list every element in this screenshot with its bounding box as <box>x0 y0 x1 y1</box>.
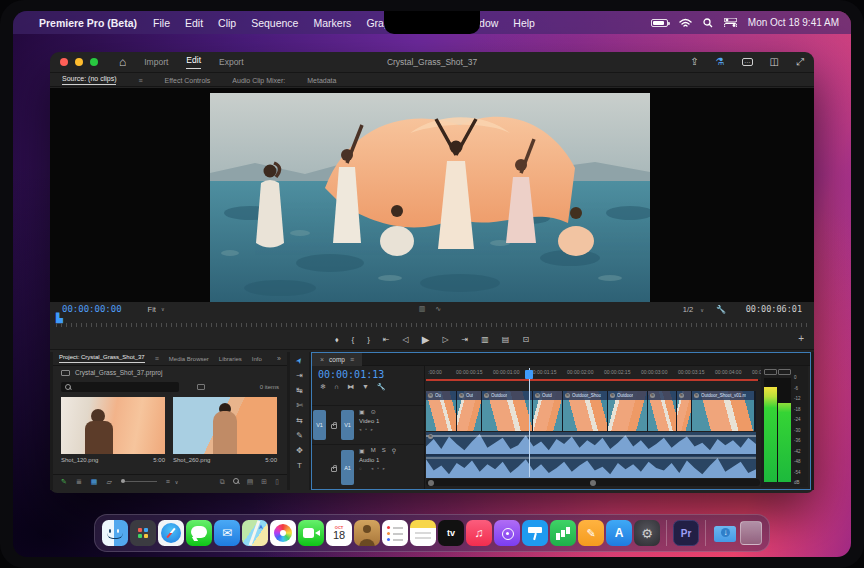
button-editor-plus-icon[interactable]: + <box>798 333 804 344</box>
dock-tv[interactable]: tv <box>438 520 464 546</box>
mark-in-icon[interactable] <box>352 336 355 344</box>
add-marker-icon[interactable] <box>335 336 339 344</box>
go-to-out-icon[interactable] <box>462 336 469 344</box>
video-clip[interactable]: fxOutdoor <box>608 391 647 431</box>
dock-keynote[interactable] <box>522 520 548 546</box>
dock-maps[interactable] <box>242 520 268 546</box>
menu-help[interactable]: Help <box>513 17 535 29</box>
playhead-marker[interactable] <box>525 370 533 379</box>
video-clip[interactable]: fxOu <box>426 391 456 431</box>
marker-icon[interactable]: ▼ <box>362 383 369 391</box>
search-icon[interactable] <box>703 18 713 28</box>
track-name[interactable]: Audio 1 <box>359 457 424 463</box>
project-writable-icon[interactable]: ✎ <box>61 478 67 486</box>
sync-lock-icon[interactable]: ▣ <box>359 447 365 454</box>
playhead-line[interactable] <box>529 368 530 477</box>
dock-launchpad[interactable] <box>130 520 156 546</box>
sort-icon[interactable]: ≡∨ <box>166 478 179 485</box>
dock-mail[interactable]: ✉ <box>214 520 240 546</box>
timeline-settings-wrench-icon[interactable]: 🔧 <box>377 383 386 391</box>
dock-pages[interactable]: ✎ <box>578 520 604 546</box>
home-icon[interactable]: ⌂ <box>119 55 126 69</box>
tab-project[interactable]: Project: Crystal_Grass_Shot_37 <box>59 354 145 363</box>
clip-thumbnail[interactable] <box>173 397 277 454</box>
drag-video-audio-icons[interactable]: ▥ ∿ <box>419 305 445 313</box>
tab-import[interactable]: Import <box>144 57 168 67</box>
tool-type-icon[interactable] <box>297 461 302 470</box>
find-icon[interactable] <box>233 478 239 484</box>
app-menu-title[interactable]: Premiere Pro (Beta) <box>39 17 137 29</box>
video-clip[interactable]: fxOutdoor_Shoo <box>563 391 607 431</box>
dock-contacts[interactable] <box>354 520 380 546</box>
tool-ripple-edit-icon[interactable] <box>296 386 303 395</box>
tool-hand-icon[interactable] <box>296 446 303 455</box>
filter-bin-icon[interactable] <box>197 384 205 390</box>
nest-toggle-icon[interactable]: ❄ <box>320 383 326 391</box>
video-clip[interactable]: fxOutdoor_Shoot_v01.m <box>692 391 754 431</box>
tab-metadata[interactable]: Metadata <box>307 77 336 84</box>
tab-overflow-icon[interactable]: » <box>277 355 281 362</box>
icon-view-icon[interactable]: ▦ <box>91 478 98 486</box>
dock-facetime[interactable] <box>298 520 324 546</box>
dock-trash[interactable] <box>740 521 762 545</box>
dock-system-settings[interactable]: ⚙ <box>634 520 660 546</box>
menu-file[interactable]: File <box>153 17 170 29</box>
dock-numbers[interactable] <box>550 520 576 546</box>
tab-audio-clip-mixer[interactable]: Audio Clip Mixer: <box>232 77 285 84</box>
play-icon[interactable] <box>422 335 430 345</box>
tab-info[interactable]: Info <box>252 356 262 362</box>
project-breadcrumb[interactable]: Crystal_Grass_Shot_37.prproj <box>53 366 287 379</box>
step-back-icon[interactable] <box>403 336 409 344</box>
source-mini-ruler[interactable] <box>56 318 808 327</box>
fullscreen-icon[interactable]: ⤢ <box>796 57 804 67</box>
dock-downloads[interactable] <box>712 520 738 546</box>
audio-clip[interactable]: fx <box>426 432 756 478</box>
dock-photos[interactable] <box>270 520 296 546</box>
dock-music[interactable]: ♫ <box>466 520 492 546</box>
list-view-icon[interactable]: ≣ <box>76 478 82 486</box>
clip-name[interactable]: Shot_260.png <box>173 457 210 463</box>
tab-libraries[interactable]: Libraries <box>219 356 242 362</box>
tool-selection-icon[interactable] <box>296 356 303 365</box>
control-center-icon[interactable] <box>724 18 737 27</box>
dock-reminders[interactable] <box>382 520 408 546</box>
menu-clip[interactable]: Clip <box>218 17 236 29</box>
project-item[interactable]: Shot_260.png 5:00 <box>173 397 277 463</box>
menu-clock[interactable]: Mon Oct 18 9:41 AM <box>748 17 839 28</box>
minimize-button[interactable] <box>75 58 83 66</box>
linked-selection-icon[interactable]: ⧓ <box>347 383 354 391</box>
workspace-icon[interactable]: ◫ <box>770 57 779 67</box>
lock-icon[interactable] <box>331 424 337 429</box>
dock-app-store[interactable]: A <box>606 520 632 546</box>
voiceover-mic-icon[interactable]: ⚲ <box>392 447 396 454</box>
dock-calendar[interactable]: OCT 18 <box>326 520 352 546</box>
new-item-icon[interactable]: ⊞ <box>261 478 267 486</box>
zoom-level-select[interactable]: Fit <box>148 305 156 314</box>
menu-edit[interactable]: Edit <box>185 17 203 29</box>
close-tab-icon[interactable]: × <box>320 356 324 363</box>
dock-safari[interactable] <box>158 520 184 546</box>
keyframe-nav-icons[interactable]: ◂•▸ <box>359 427 424 432</box>
video-clip[interactable]: fx <box>677 391 691 431</box>
video-clip[interactable]: fxOutd <box>533 391 562 431</box>
zoom-button[interactable] <box>90 58 98 66</box>
timeline-scrollbar[interactable] <box>426 479 760 486</box>
mark-out-icon[interactable] <box>367 336 370 344</box>
menu-sequence[interactable]: Sequence <box>251 17 298 29</box>
video-clip[interactable]: fx <box>648 391 676 431</box>
dock-premiere-pro[interactable]: Pr <box>673 520 699 546</box>
project-item[interactable]: Shot_120.png 5:00 <box>61 397 165 463</box>
tab-effect-controls[interactable]: Effect Controls <box>165 77 211 84</box>
sequence-tab[interactable]: × comp ≡ <box>312 353 362 366</box>
share-icon[interactable]: ⇪ <box>690 57 698 67</box>
panel-menu-icon[interactable]: ≡ <box>138 77 142 84</box>
track-target-v1[interactable]: V1 <box>341 410 354 440</box>
source-patch-v1[interactable]: V1 <box>313 410 326 440</box>
settings-wrench-icon[interactable]: 🔧 <box>716 305 726 314</box>
mute-button[interactable]: M <box>371 447 376 454</box>
go-to-in-icon[interactable] <box>383 336 390 344</box>
tool-pen-icon[interactable] <box>296 431 303 440</box>
close-button[interactable] <box>60 58 68 66</box>
tool-track-select-icon[interactable] <box>296 371 303 380</box>
track-name[interactable]: Video 1 <box>359 418 424 424</box>
